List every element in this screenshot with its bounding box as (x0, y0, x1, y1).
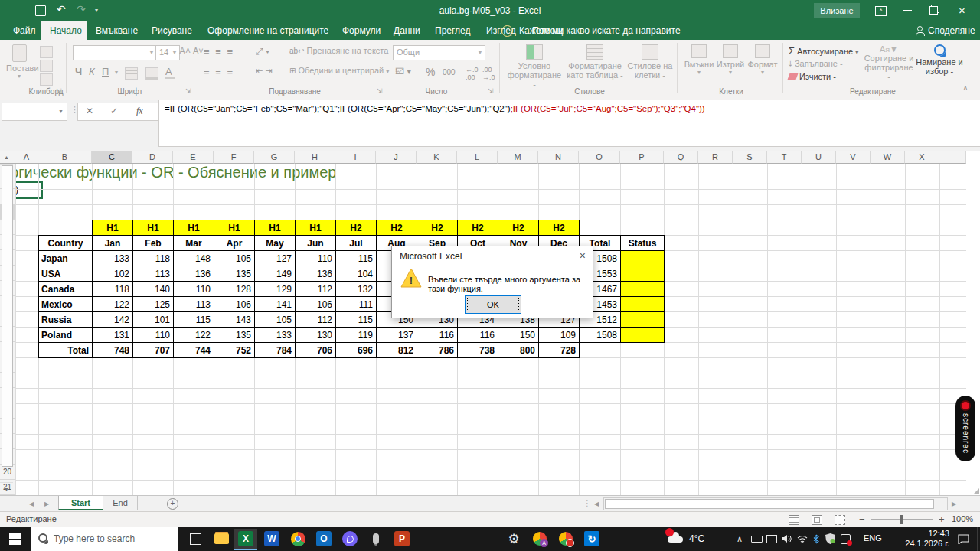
comma-style-icon[interactable]: 000 (443, 68, 456, 77)
cell-L11[interactable]: 116 (457, 327, 498, 343)
column-header-K[interactable]: K (416, 151, 457, 164)
column-header-J[interactable]: J (376, 151, 416, 164)
cell-G6[interactable]: 127 (254, 250, 296, 266)
vertical-scrollbar[interactable]: ▲▼ (0, 199, 14, 543)
column-header-N[interactable]: N (538, 151, 579, 164)
cell-I4[interactable]: H2 (335, 220, 377, 236)
ribbon-tab-Данни[interactable]: Данни (385, 21, 426, 40)
cell-P11[interactable] (620, 327, 665, 343)
weather-cloud-icon[interactable] (668, 532, 684, 543)
vertical-align-icons[interactable]: ≡ ≡ ≡ (204, 46, 234, 57)
cell-G5[interactable]: May (254, 235, 296, 251)
cell-F11[interactable]: 135 (214, 327, 255, 343)
column-header-O[interactable]: O (579, 151, 620, 164)
cell-O11[interactable]: 1508 (579, 327, 621, 343)
sheet-tab-End[interactable]: End (103, 496, 138, 510)
temperature-label[interactable]: 4°C (689, 533, 704, 544)
cell-C10[interactable]: 142 (92, 311, 133, 328)
italic-button[interactable]: К (89, 66, 95, 77)
delete-cells-button[interactable]: Изтрий ▾ (715, 44, 746, 76)
cell-G8[interactable]: 129 (254, 281, 296, 297)
share-button[interactable]: Споделяне (928, 21, 975, 40)
ribbon-tab-Преглед[interactable]: Преглед (426, 21, 478, 40)
column-header-G[interactable]: G (254, 151, 295, 164)
cell-I5[interactable]: Jul (335, 235, 377, 251)
accounting-format-icon[interactable]: 🗠 ▾ (395, 66, 411, 77)
taskbar-chrome-profile-1[interactable]: A (528, 529, 551, 549)
cell-P9[interactable] (620, 296, 665, 312)
cell-N12[interactable]: 728 (538, 342, 580, 358)
cell-H11[interactable]: 130 (295, 327, 336, 343)
ribbon-tab-Изглед[interactable]: Изглед (478, 21, 524, 40)
taskbar-word[interactable]: W (260, 529, 283, 549)
cell-C12[interactable]: 748 (92, 342, 133, 358)
font-name-combo[interactable]: ▼ (73, 45, 157, 60)
taskbar-search[interactable]: Type here to search (31, 527, 178, 551)
cell-G4[interactable]: H1 (254, 220, 296, 236)
cell-H5[interactable]: Jun (295, 235, 336, 251)
cell-D5[interactable]: Feb (132, 235, 174, 251)
font-dialog-launcher-icon[interactable]: ⇲ (185, 87, 191, 95)
cell-C9[interactable]: 122 (92, 296, 133, 312)
sheet-tab-Start[interactable]: Start (58, 496, 103, 510)
cell-F4[interactable]: H1 (214, 220, 255, 236)
column-header-S[interactable]: S (733, 151, 767, 164)
cell-C4[interactable]: H1 (92, 220, 133, 236)
cell-B9[interactable]: Mexico (38, 296, 93, 312)
taskbar-chrome-profile-2[interactable] (554, 529, 577, 549)
conditional-formatting-button[interactable]: Условно форматиране - (505, 44, 564, 89)
autosum-button[interactable]: Σ Автосумиране ▾ (789, 45, 858, 57)
cell-C5[interactable]: Jan (92, 235, 133, 251)
hscroll-left-icon[interactable]: ◀ (594, 500, 599, 507)
cell-F6[interactable]: 105 (214, 250, 255, 266)
find-select-button[interactable]: Намиране и избор - (916, 44, 963, 76)
cell-F9[interactable]: 106 (214, 296, 255, 312)
cell-B8[interactable]: Canada (38, 281, 93, 297)
cell-G12[interactable]: 784 (254, 342, 296, 358)
ok-button[interactable]: OK (465, 295, 521, 314)
clear-button[interactable]: Изчисти - (789, 72, 836, 81)
cell-K4[interactable]: H2 (416, 220, 458, 236)
column-header-D[interactable]: D (132, 151, 173, 164)
hscroll-right-icon[interactable]: ▶ (952, 500, 956, 507)
bold-button[interactable]: Ч (75, 66, 82, 77)
clock[interactable]: 12:43 24.1.2026 г. (890, 529, 949, 549)
merge-center-button[interactable]: ⊞ Обедини и центрирай ▾ (289, 66, 389, 75)
cell-B10[interactable]: Russia (38, 311, 93, 328)
vertical-scrollbar-thumb[interactable] (2, 165, 13, 467)
cell-N11[interactable]: 109 (538, 327, 580, 343)
taskbar-chrome[interactable] (286, 529, 309, 549)
cell-G7[interactable]: 149 (254, 266, 296, 282)
percent-style-icon[interactable]: % (426, 66, 435, 78)
bluetooth-icon[interactable] (810, 533, 822, 545)
wrap-text-button[interactable]: ab↩ Пренасяне на текста (289, 46, 388, 55)
cell-D10[interactable]: 101 (132, 311, 174, 328)
column-header-B[interactable]: B (38, 151, 92, 164)
cell-I7[interactable]: 104 (335, 266, 377, 282)
page-break-view-icon[interactable] (835, 515, 845, 525)
column-header-V[interactable]: V (836, 151, 871, 164)
decrease-decimal-icon[interactable]: .00→.0 (482, 66, 495, 81)
cell-P8[interactable] (620, 281, 665, 297)
close-icon[interactable]: × (580, 249, 586, 262)
column-header-R[interactable]: R (698, 151, 733, 164)
cell-D11[interactable]: 110 (132, 327, 174, 343)
cell-E9[interactable]: 113 (173, 296, 214, 312)
cell-P10[interactable] (620, 311, 665, 328)
zoom-out-icon[interactable]: − (859, 514, 865, 525)
increase-decimal-icon[interactable]: ←.0.00 (466, 66, 479, 81)
sheet-title[interactable]: Логически функции - OR - Обяснение и при… (0, 164, 980, 181)
ribbon-tab-Формули[interactable]: Формули (334, 21, 385, 40)
cell-I11[interactable]: 119 (335, 327, 377, 343)
cell-H8[interactable]: 112 (295, 281, 336, 297)
cell-E12[interactable]: 744 (173, 342, 214, 358)
insert-cells-button[interactable]: Вмъкни ▾ (683, 44, 715, 76)
number-dialog-launcher-icon[interactable]: ⇲ (488, 87, 494, 95)
notifier-app-icon[interactable] (839, 533, 851, 545)
cell-B6[interactable]: Japan (38, 250, 93, 266)
tab-scroll-splitter[interactable]: ⋮ (583, 499, 591, 507)
row-header-20[interactable]: 20 (0, 465, 15, 480)
cell-B5[interactable]: Country (38, 235, 93, 251)
font-size-combo[interactable]: 14▼ (155, 45, 180, 60)
cancel-icon[interactable]: ✕ (86, 106, 93, 116)
